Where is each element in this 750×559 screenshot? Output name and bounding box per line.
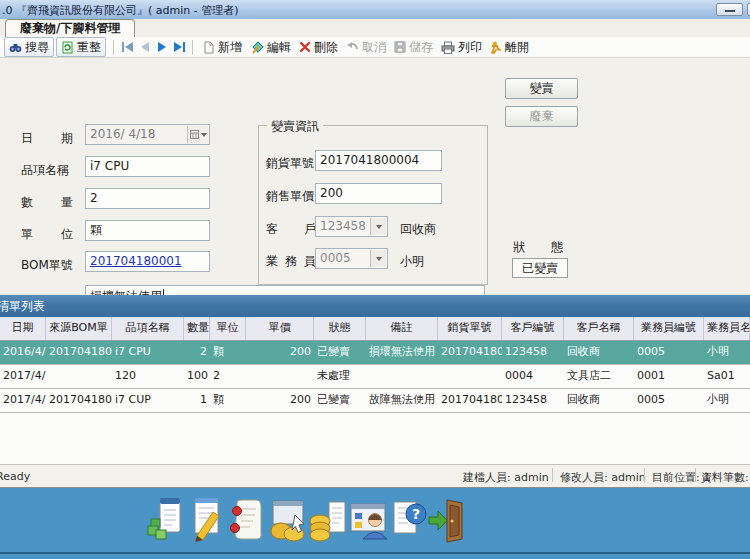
bom-number-label: BOM單號: [21, 257, 73, 274]
svg-text:?: ?: [412, 506, 420, 522]
salesman-name-text: 小明: [400, 253, 424, 270]
column-header[interactable]: 來源BOM單: [46, 317, 112, 340]
ready-text: Ready: [0, 470, 30, 483]
print-button[interactable]: 列印: [437, 38, 486, 56]
quantity-field[interactable]: 2: [85, 188, 210, 209]
chevron-down-icon: [201, 133, 207, 137]
printer-icon: [441, 41, 455, 54]
status-badge: 已變賣: [522, 261, 558, 275]
bom-number-field: 201704180001: [85, 251, 210, 272]
column-header[interactable]: 客戶編號: [502, 317, 564, 340]
column-header[interactable]: 日期: [0, 317, 46, 340]
status-bar: Ready 建檔人員: admin 修改人員: admin 目前位置: 1 資料…: [0, 464, 750, 488]
nav-prev-button[interactable]: [136, 39, 153, 56]
customer-label: 客戶: [266, 221, 316, 238]
save-floppy-icon: [394, 41, 406, 53]
exit-person-icon: [490, 41, 502, 54]
column-header[interactable]: 業務員編號: [634, 317, 704, 340]
toolbar-separator: [113, 40, 114, 55]
refresh-button[interactable]: 重整: [56, 37, 106, 57]
table-row[interactable]: 2017/4/18 201704180001 i7 CUP 1 顆 200 已變…: [0, 389, 750, 413]
column-header[interactable]: 備註: [366, 317, 438, 340]
last-record-icon: [172, 41, 186, 53]
edit-icon: [250, 41, 264, 54]
quantity-label: 數量: [21, 194, 73, 211]
records-table: 日期 來源BOM單 品項名稱 數量 單位 單價 狀態 備註 銷貨單號 客戶編號 …: [0, 317, 750, 464]
edit-note-icon[interactable]: [186, 497, 226, 543]
pricing-coins-icon[interactable]: [308, 497, 348, 543]
sell-info-title: 變賣資訊: [267, 118, 323, 135]
window-title: .0 『齊飛資訊股份有限公司』( admin - 管理者): [2, 3, 239, 18]
new-button[interactable]: 新增: [198, 38, 246, 56]
exit-door-icon[interactable]: [426, 497, 466, 543]
previous-record-icon: [139, 41, 151, 53]
nav-next-button[interactable]: [153, 39, 170, 56]
titlebar: .0 『齊飛資訊股份有限公司』( admin - 管理者): [0, 0, 750, 20]
delete-button[interactable]: 刪除: [295, 38, 342, 56]
binoculars-icon: [9, 41, 22, 54]
detail-form: 日期 2016/ 4/18 品項名稱 i7 CPU 數量 2 單位 顆 BOM單…: [0, 58, 750, 295]
edit-button[interactable]: 編輯: [246, 38, 295, 56]
column-header[interactable]: 單位: [210, 317, 246, 340]
next-record-icon: [156, 41, 168, 53]
unit-price-field[interactable]: 200: [315, 183, 442, 204]
minimize-icon: [725, 10, 735, 12]
toolbar: 搜尋 重整 新增 編輯 刪除: [0, 37, 750, 58]
bom-number-link[interactable]: 201704180001: [90, 254, 182, 268]
list-title: 清單列表: [0, 295, 45, 317]
nav-first-button[interactable]: [119, 39, 136, 56]
first-record-icon: [121, 41, 135, 53]
cancel-button[interactable]: 取消: [342, 38, 390, 56]
delete-x-icon: [299, 41, 311, 53]
dropdown-arrow-icon: [370, 250, 386, 267]
sales-order-field[interactable]: 2017041800004: [315, 150, 442, 171]
customer-name-text: 回收商: [400, 221, 436, 238]
tab-waste-management[interactable]: 廢棄物/下腳料管理: [5, 19, 135, 37]
exit-button[interactable]: 離開: [486, 38, 533, 56]
date-field[interactable]: 2016/ 4/18: [85, 124, 210, 145]
sell-button[interactable]: 變賣: [505, 78, 578, 99]
modified-by-text: 修改人員: admin: [560, 470, 646, 485]
nav-last-button[interactable]: [170, 39, 187, 56]
help-icon[interactable]: ?: [388, 497, 428, 543]
unit-price-label: 銷售單價: [266, 188, 314, 205]
column-header[interactable]: 銷貨單號: [438, 317, 502, 340]
column-header[interactable]: 數量: [184, 317, 210, 340]
column-header[interactable]: 業務員名稱: [704, 317, 750, 340]
bottom-dock: ?: [0, 488, 750, 559]
bom-script-icon[interactable]: [227, 497, 267, 543]
salesman-dropdown[interactable]: 0005: [315, 248, 388, 269]
status-value-box: 已變賣: [512, 258, 568, 278]
status-label: 狀態: [513, 239, 563, 256]
statusbar-separator: [695, 468, 696, 482]
discard-button[interactable]: 廢棄: [505, 106, 578, 127]
new-document-icon: [202, 41, 215, 54]
date-label: 日期: [21, 130, 73, 147]
date-picker-button[interactable]: [187, 126, 208, 143]
table-row[interactable]: 2017/4/13 120 100 2 未處理 0004 文具店二 0001 S…: [0, 365, 750, 389]
search-button[interactable]: 搜尋: [4, 37, 54, 57]
sales-order-label: 銷貨單號: [266, 155, 314, 172]
refresh-icon: [61, 41, 74, 54]
table-row[interactable]: 2016/4/18 201704180001 i7 CPU 2 顆 200 已變…: [0, 341, 750, 365]
user-management-icon[interactable]: [348, 497, 388, 543]
unit-field[interactable]: 顆: [85, 220, 210, 241]
salesman-label: 業務員: [266, 253, 316, 270]
table-header-row: 日期 來源BOM單 品項名稱 數量 單位 單價 狀態 備註 銷貨單號 客戶編號 …: [0, 317, 750, 341]
tab-strip: 廢棄物/下腳料管理: [0, 19, 750, 38]
column-header[interactable]: 狀態: [314, 317, 366, 340]
column-header[interactable]: 單價: [246, 317, 314, 340]
customer-dropdown[interactable]: 123458: [315, 216, 388, 237]
save-button[interactable]: 儲存: [390, 38, 437, 56]
statusbar-separator: [552, 468, 553, 482]
column-header[interactable]: 品項名稱: [112, 317, 184, 340]
column-header[interactable]: 客戶名稱: [564, 317, 634, 340]
list-section-header: 清單列表: [0, 295, 750, 317]
undo-arrow-icon: [346, 41, 359, 53]
minimize-button[interactable]: [716, 3, 743, 16]
inventory-icon[interactable]: [145, 497, 185, 543]
item-name-field[interactable]: i7 CPU: [85, 156, 210, 177]
app-window: .0 『齊飛資訊股份有限公司』( admin - 管理者) 廢棄物/下腳料管理 …: [0, 0, 750, 559]
dropdown-arrow-icon: [370, 218, 386, 235]
sales-coins-icon[interactable]: [268, 497, 308, 543]
